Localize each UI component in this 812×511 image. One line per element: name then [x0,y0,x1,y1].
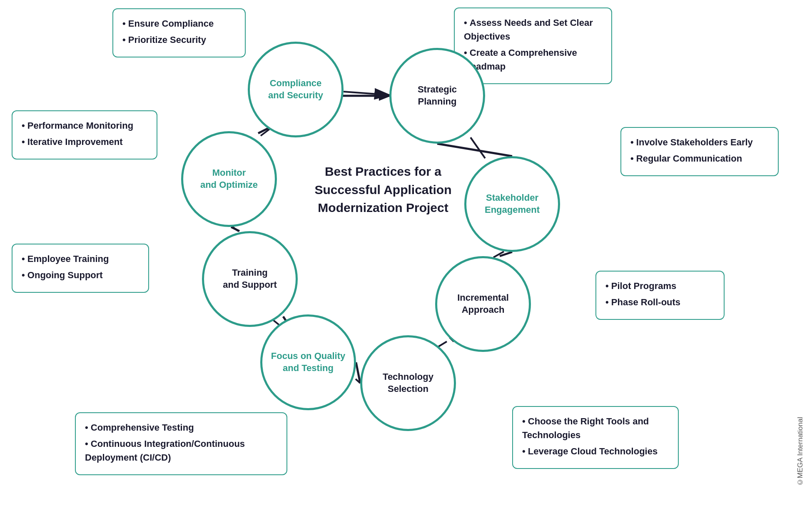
svg-line-3 [356,362,360,383]
node-strategic-planning: StrategicPlanning [389,48,485,144]
conn-strategic-stakeholder [471,137,485,158]
node-compliance-security: Complianceand Security [248,42,344,137]
infobox-technology: Choose the Right Tools and Technologies … [512,406,679,469]
infobox-compliance: Ensure Compliance Prioritize Security [112,8,246,57]
node-training-support: Trainingand Support [202,231,298,327]
center-title: Best Practices for a Successful Applicat… [300,162,466,217]
svg-line-1 [500,252,512,256]
infobox-training: Employee Training Ongoing Support [12,244,149,293]
conn-compliance-strategic [344,92,389,95]
infobox-stakeholder: Involve Stakeholders Early Regular Commu… [620,127,779,176]
conn-stakeholder-incremental [493,252,504,257]
infobox-incremental: Pilot Programs Phase Roll-outs [595,271,725,320]
copyright-text: ©MEGA International [796,417,805,486]
svg-line-5 [231,227,239,231]
node-monitor-optimize: Monitorand Optimize [181,131,277,227]
node-focus-quality: Focus on Qualityand Testing [260,314,356,410]
conn-training-monitor [232,227,238,231]
infobox-monitor: Performance Monitoring Iterative Improve… [12,110,157,160]
node-stakeholder-engagement: StakeholderEngagement [464,156,560,252]
node-technology-selection: TechnologySelection [360,335,456,431]
conn-technology-quality [356,379,360,383]
svg-line-0 [437,144,512,156]
diagram-container: Ensure Compliance Prioritize Security As… [0,0,812,511]
node-incremental-approach: IncrementalApproach [435,256,531,352]
infobox-quality: Comprehensive Testing Continuous Integra… [75,412,287,475]
